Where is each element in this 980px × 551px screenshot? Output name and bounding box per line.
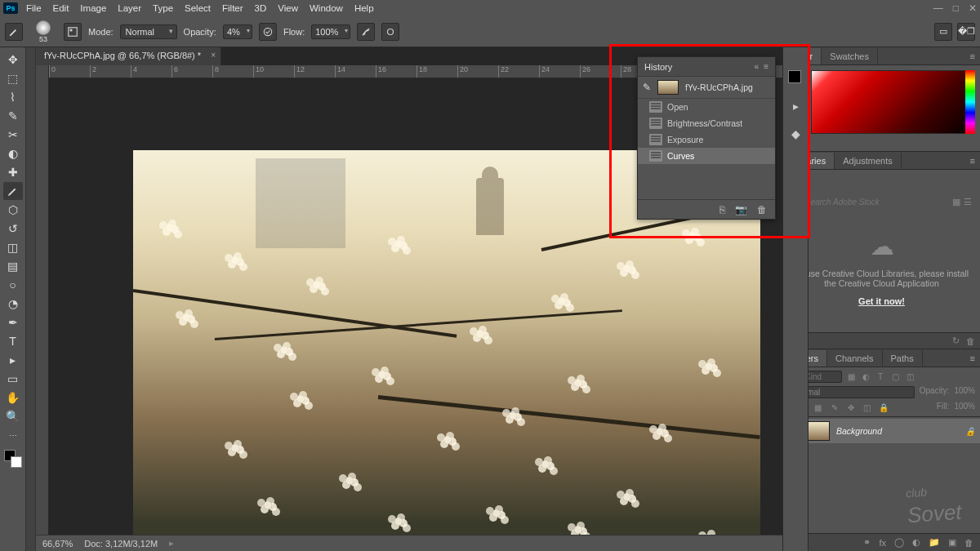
menu-filter[interactable]: Filter bbox=[222, 3, 243, 13]
blur-tool[interactable]: ○ bbox=[3, 276, 23, 294]
menu-help[interactable]: Help bbox=[354, 3, 374, 13]
history-snapshot[interactable]: ✎ fYv-RUcCPhA.jpg bbox=[638, 77, 775, 99]
hue-slider[interactable] bbox=[965, 70, 975, 134]
lib-sync-icon[interactable]: ↻ bbox=[952, 335, 960, 346]
menu-edit[interactable]: Edit bbox=[53, 3, 69, 13]
lock-all-icon[interactable]: 🔒 bbox=[878, 402, 889, 413]
blend-mode-select[interactable]: Normal bbox=[120, 24, 177, 39]
delete-layer-icon[interactable]: 🗑 bbox=[964, 538, 973, 548]
panel-menu-icon[interactable]: ≡ bbox=[764, 62, 768, 71]
screenmode-icon[interactable]: �❐ bbox=[957, 23, 975, 41]
history-item-curves[interactable]: Curves bbox=[638, 148, 775, 164]
menu-view[interactable]: View bbox=[278, 3, 298, 13]
history-item-open[interactable]: Open bbox=[638, 99, 775, 115]
new-doc-from-state-icon[interactable]: ⎘ bbox=[719, 204, 725, 216]
stamp-tool[interactable]: ⬡ bbox=[3, 201, 23, 219]
collapse-icon[interactable]: « bbox=[755, 62, 760, 71]
brush-tool[interactable] bbox=[3, 182, 23, 200]
pressure-opacity-icon[interactable] bbox=[259, 23, 277, 41]
group-icon[interactable]: 📁 bbox=[929, 537, 940, 548]
shape-tool[interactable]: ▭ bbox=[3, 370, 23, 388]
airbrush-icon[interactable] bbox=[357, 23, 375, 41]
stock-search-input[interactable] bbox=[805, 198, 949, 207]
edit-toolbar-icon[interactable]: ⋯ bbox=[3, 426, 23, 444]
menu-file[interactable]: File bbox=[26, 3, 42, 13]
layer-background[interactable]: 👁 Background 🔒 bbox=[783, 419, 980, 443]
lock-transparency-icon[interactable]: ▦ bbox=[813, 402, 824, 413]
lock-position-icon[interactable]: ✥ bbox=[845, 402, 857, 413]
status-arrow-icon[interactable]: ▸ bbox=[169, 538, 174, 549]
lib-panel-menu-icon[interactable]: ≡ bbox=[965, 153, 980, 169]
zoom-tool[interactable]: 🔍 bbox=[3, 407, 23, 425]
history-item-brightness[interactable]: Brightness/Contrast bbox=[638, 115, 775, 131]
gradient-tool[interactable]: ▤ bbox=[3, 257, 23, 275]
brush-preview[interactable]: 53 bbox=[29, 20, 57, 44]
link-layers-icon[interactable]: ⚭ bbox=[863, 537, 871, 548]
tool-preset-icon[interactable] bbox=[5, 23, 23, 41]
tab-adjustments[interactable]: Adjustments bbox=[835, 153, 902, 169]
filter-shape-icon[interactable]: ▢ bbox=[889, 371, 901, 383]
menu-image[interactable]: Image bbox=[80, 3, 106, 13]
background-color[interactable] bbox=[11, 456, 22, 468]
menu-3d[interactable]: 3D bbox=[255, 3, 267, 13]
menu-window[interactable]: Window bbox=[310, 3, 343, 13]
eyedropper-tool[interactable]: ◐ bbox=[3, 144, 23, 162]
layers-panel-menu-icon[interactable]: ≡ bbox=[965, 350, 980, 367]
close-icon[interactable]: ✕ bbox=[969, 2, 977, 14]
minimize-icon[interactable]: ― bbox=[933, 2, 943, 14]
layer-fx-icon[interactable]: fx bbox=[879, 538, 886, 548]
opacity-input[interactable]: 4% bbox=[223, 24, 252, 39]
history-brush-tool[interactable]: ↺ bbox=[3, 220, 23, 238]
color-panel-menu-icon[interactable]: ≡ bbox=[965, 48, 980, 64]
dodge-tool[interactable]: ◔ bbox=[3, 295, 23, 313]
filter-smart-icon[interactable]: ◫ bbox=[904, 371, 915, 383]
new-snapshot-icon[interactable]: 📷 bbox=[735, 204, 747, 216]
lock-artboard-icon[interactable]: ◫ bbox=[862, 402, 873, 413]
hand-tool[interactable]: ✋ bbox=[3, 389, 23, 407]
path-select-tool[interactable]: ▸ bbox=[3, 351, 23, 369]
healing-tool[interactable]: ✚ bbox=[3, 163, 23, 181]
move-tool[interactable]: ✥ bbox=[3, 51, 23, 69]
flow-input[interactable]: 100% bbox=[311, 24, 350, 39]
get-it-now-link[interactable]: Get it now! bbox=[858, 296, 905, 306]
filter-type-icon[interactable]: T bbox=[875, 371, 886, 383]
tab-channels[interactable]: Channels bbox=[827, 350, 882, 367]
doc-size[interactable]: Doc: 3,12M/3,12M bbox=[84, 539, 158, 549]
tab-paths[interactable]: Paths bbox=[883, 350, 923, 367]
filter-adjust-icon[interactable]: ◐ bbox=[860, 371, 871, 383]
list-view-icon[interactable]: ☰ bbox=[964, 197, 972, 207]
quick-select-tool[interactable]: ✎ bbox=[3, 107, 23, 125]
close-tab-icon[interactable]: × bbox=[211, 51, 216, 60]
adjustment-layer-icon[interactable]: ◐ bbox=[912, 537, 920, 548]
marquee-tool[interactable]: ⬚ bbox=[3, 69, 23, 87]
brush-panel-icon[interactable] bbox=[64, 23, 82, 41]
lib-trash-icon[interactable]: 🗑 bbox=[966, 336, 975, 346]
menu-layer[interactable]: Layer bbox=[118, 3, 141, 13]
pen-tool[interactable]: ✒ bbox=[3, 313, 23, 331]
history-item-exposure[interactable]: Exposure bbox=[638, 131, 775, 148]
lock-pixels-icon[interactable]: ✎ bbox=[829, 402, 840, 413]
lasso-tool[interactable]: ⌇ bbox=[3, 88, 23, 106]
type-tool[interactable]: T bbox=[3, 332, 23, 350]
history-header[interactable]: History « ≡ bbox=[638, 57, 775, 77]
ruler-vertical[interactable] bbox=[36, 65, 49, 551]
menu-type[interactable]: Type bbox=[153, 3, 173, 13]
grid-view-icon[interactable]: ▦ bbox=[952, 197, 960, 207]
filter-pixel-icon[interactable]: ▦ bbox=[845, 371, 857, 383]
crop-tool[interactable]: ✂ bbox=[3, 126, 23, 144]
actions-strip-icon[interactable]: ▸ bbox=[787, 98, 804, 114]
quickmask-icon[interactable]: ▭ bbox=[934, 23, 952, 41]
layer-mask-icon[interactable]: ◯ bbox=[894, 537, 904, 548]
pressure-size-icon[interactable] bbox=[381, 23, 399, 41]
tab-swatches[interactable]: Swatches bbox=[822, 48, 878, 64]
document-tab[interactable]: fYv-RUcCPhA.jpg @ 66,7% (RGB/8#) * × bbox=[36, 47, 221, 65]
properties-strip-icon[interactable]: ◆ bbox=[787, 126, 804, 142]
menu-select[interactable]: Select bbox=[185, 3, 211, 13]
fg-swatch[interactable] bbox=[788, 70, 801, 83]
color-picker[interactable] bbox=[811, 70, 975, 134]
eraser-tool[interactable]: ◫ bbox=[3, 238, 23, 256]
dock-collapsed[interactable] bbox=[26, 47, 36, 551]
delete-state-icon[interactable]: 🗑 bbox=[757, 204, 767, 216]
new-layer-icon[interactable]: ▣ bbox=[948, 537, 956, 548]
maximize-icon[interactable]: □ bbox=[953, 2, 959, 14]
